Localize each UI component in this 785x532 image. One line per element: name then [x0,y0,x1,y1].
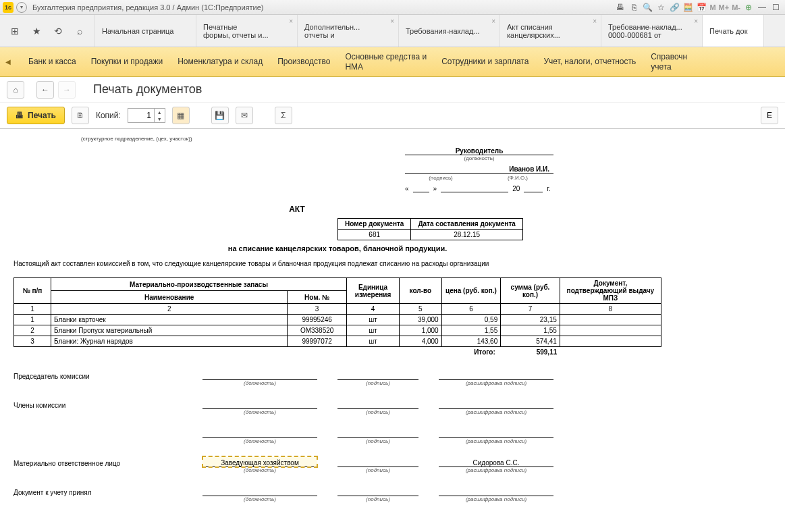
doc-paragraph: Настоящий акт составлен комиссией в том,… [13,259,661,268]
link-icon[interactable]: 🔗 [668,2,680,13]
spin-down-icon[interactable]: ▼ [155,115,165,122]
page-title: Печать документов [93,82,202,97]
search-icon[interactable]: ⌕ [72,23,88,39]
app-title: Бухгалтерия предприятия, редакция 3.0 / … [32,3,263,11]
print-icon[interactable]: 🖶 [614,2,626,13]
sig-chair-label: Председатель комиссии [13,373,202,380]
sub-toolbar: ⌂ ← → Печать документов [0,77,785,103]
calendar-icon[interactable]: 📅 [695,2,707,13]
spin-up-icon[interactable]: ▲ [155,109,165,115]
nav-hr[interactable]: Сотрудники и зарплата [441,57,529,66]
tabbar-fixed: ⊞ ★ ⟲ ⌕ [0,15,95,47]
nav-tax[interactable]: Учет, налоги, отчетность [543,57,636,66]
nav-bank[interactable]: Банк и касса [28,57,76,66]
back-button[interactable]: ← [36,81,54,99]
maximize-icon[interactable]: ☐ [769,2,782,13]
mem-mminus[interactable]: M- [732,3,740,11]
copies-label: Копий: [96,111,121,120]
nav-assets[interactable]: Основные средства и НМА [345,52,427,72]
tab-requirement-681[interactable]: Требование-наклад...0000-000681 от× [601,15,703,47]
close-icon[interactable]: × [694,18,698,25]
tabbar: ⊞ ★ ⟲ ⌕ Начальная страница Печатныеформы… [0,15,785,47]
close-icon[interactable]: × [491,18,495,25]
nav-left-icon[interactable]: ◀ [5,58,13,65]
close-icon[interactable]: × [289,18,293,25]
titlebar: 1c ▾ Бухгалтерия предприятия, редакция 3… [0,0,785,15]
action-toolbar: 🖶 Печать 🗎 Копий: ▲▼ ▦ 💾 ✉ Σ Е [0,103,785,128]
tab-print-docs[interactable]: Печать док [703,15,764,47]
mail-button[interactable]: ✉ [236,107,253,124]
nav-purchases[interactable]: Покупки и продажи [91,57,163,66]
sig-accepted-label: Документ к учету принял [13,489,202,496]
table-row: 1Бланки карточек99995246шт39,0000,5923,1… [14,315,661,325]
head-name: Иванов И.И. [405,164,553,174]
tab-addreports[interactable]: Дополнительн...отчеты и× [298,15,399,47]
copies-input[interactable] [128,109,154,122]
star-icon[interactable]: ☆ [655,2,667,13]
table-row: 2Бланки Пропуск материальныйОМ338520шт1,… [14,325,661,336]
mem-mplus[interactable]: M+ [719,3,730,11]
history-icon[interactable]: ⟲ [50,23,66,39]
tab-printforms[interactable]: Печатныеформы, отчеты и...× [196,15,298,47]
doc-heading: АКТ [277,205,317,214]
forward-button[interactable]: → [58,81,76,99]
sig-members-label: Члены комиссии [13,402,202,409]
resp-name-field: Сидорова С.С. [439,456,553,467]
document-area[interactable]: (структурное подразделение, (цех, участо… [0,128,785,532]
close-icon[interactable]: × [390,18,394,25]
print-button[interactable]: 🖶 Печать [7,107,65,124]
copies-spinner[interactable]: ▲▼ [128,108,165,123]
nav-production[interactable]: Производство [277,57,330,66]
main-nav: ◀ Банк и касса Покупки и продажи Номенкл… [0,47,785,77]
resp-position-field[interactable]: Заведующая хозяйством [202,456,317,467]
dropdown-icon[interactable]: ▾ [16,2,27,13]
expand-icon[interactable]: ⊕ [742,2,755,13]
close-icon[interactable]: × [593,18,597,25]
home-button[interactable]: ⌂ [7,81,24,99]
printer-icon: 🖶 [16,111,24,120]
date-line: «» 20 г. [405,185,661,192]
head-role-cap: (должность) [405,155,553,161]
head-role: Руководитель [405,146,553,155]
app-logo-icon: 1c [3,2,13,13]
calc-icon[interactable]: 🧮 [682,2,694,13]
doc-number-table: Номер документаДата составления документ… [337,218,523,240]
subunit-caption: (структурное подразделение, (цех, участо… [81,136,661,142]
nav-inventory[interactable]: Номенклатура и склад [178,57,263,66]
table-row: 3Бланки: Журнал нарядов99997072шт4,00014… [14,336,661,347]
preview-icon[interactable]: 🔍 [641,2,653,13]
nav-refs[interactable]: Справочн учета [651,52,687,72]
document: (структурное подразделение, (цех, участо… [13,136,661,502]
tab-requirements[interactable]: Требования-наклад...× [399,15,500,47]
minimize-icon[interactable]: — [756,2,768,13]
sum-button[interactable]: Σ [275,107,292,124]
doc-subtitle: на списание канцелярских товаров, бланоч… [13,244,661,252]
save-button[interactable]: 💾 [211,107,229,124]
sig-responsible-label: Материально ответственное лицо [13,460,202,467]
apps-icon[interactable]: ⊞ [7,23,23,39]
mem-m[interactable]: M [709,3,715,11]
right-button[interactable]: Е [761,107,778,124]
favorite-icon[interactable]: ★ [28,23,45,39]
tab-writeoff-act[interactable]: Акт списанияканцелярских...× [500,15,601,47]
copy-icon[interactable]: ⎘ [628,2,640,13]
grid-button[interactable]: ▦ [172,107,190,124]
main-table: № п/п Материально-производственные запас… [13,277,661,357]
preview-button[interactable]: 🗎 [72,107,89,124]
tab-start[interactable]: Начальная страница [95,15,196,47]
